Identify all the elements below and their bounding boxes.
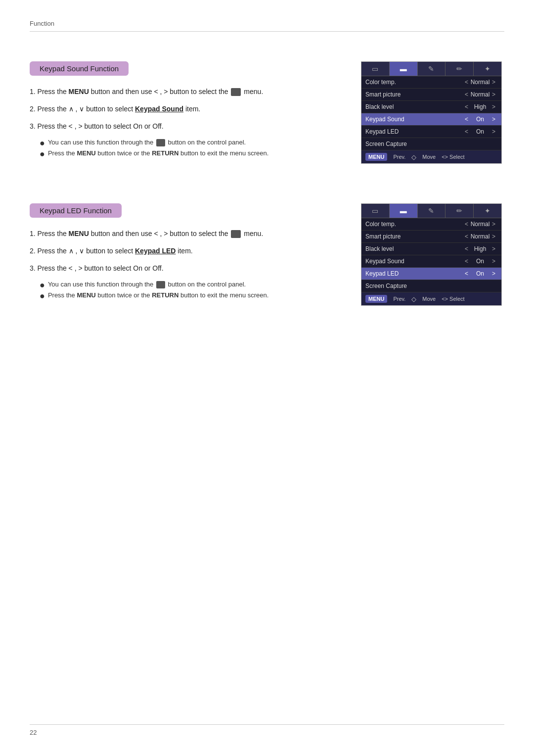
menu-tab-4-led: ✦ — [474, 204, 501, 218]
menu-tab-2-led: ✎ — [418, 204, 446, 218]
menu-tab-1-led: ▬ — [390, 204, 418, 218]
page-footer: 22 — [30, 724, 504, 736]
bullet-2-sound: ● Press the MENU button twice or the RET… — [40, 149, 341, 158]
menu-footer-move-led: Move — [422, 296, 436, 302]
instruction-3-led: 3. Press the < , > button to select On o… — [30, 263, 341, 274]
menu-footer-led: MENU Prev. ◇ Move <> Select — [361, 292, 501, 305]
instruction-2-sound: 2. Press the ∧ , ∨ button to select Keyp… — [30, 104, 341, 114]
menu-row-color-temp-led: Color temp. < Normal > — [361, 218, 501, 231]
keypad-led-left: Keypad LED Function 1. Press the MENU bu… — [30, 203, 341, 302]
instruction-3-sound: 3. Press the < , > button to select On o… — [30, 121, 341, 132]
page-number: 22 — [30, 729, 37, 736]
menu-footer-menu-btn-led: MENU — [365, 295, 387, 303]
menu-tabs-led: ▭ ▬ ✎ ✏ ✦ — [361, 204, 501, 218]
menu-tab-0-led: ▭ — [361, 204, 390, 218]
menu-row-keypad-led-led: Keypad LED < On > — [361, 268, 501, 280]
page-container: Function Keypad Sound Function 1. Press … — [0, 0, 534, 756]
keypad-sound-section: Keypad Sound Function 1. Press the MENU … — [30, 61, 504, 164]
page-header: Function — [30, 20, 504, 32]
menu-footer-menu-btn-sound: MENU — [365, 153, 387, 161]
menu-tab-0-sound: ▭ — [361, 62, 390, 76]
menu-footer-move-sound: Move — [422, 154, 436, 160]
header-text: Function — [30, 20, 54, 27]
menu-panel-sound: ▭ ▬ ✎ ✏ ✦ Color temp. < Normal > Smart p… — [361, 61, 502, 164]
menu-footer-diamond-sound: ◇ — [411, 153, 416, 161]
menu-tab-4-sound: ✦ — [474, 62, 501, 76]
menu-tab-1-sound: ▬ — [390, 62, 418, 76]
menu-row-screen-capture-led: Screen Capture — [361, 280, 501, 292]
menu-panel-led: ▭ ▬ ✎ ✏ ✦ Color temp. < Normal > Smart p… — [361, 203, 502, 306]
bullet-list-led: ● You can use this function through the … — [40, 281, 341, 300]
bullet-2-led: ● Press the MENU button twice or the RET… — [40, 291, 341, 300]
menu-footer-prev-sound: Prev. — [393, 154, 405, 160]
menu-footer-sound: MENU Prev. ◇ Move <> Select — [361, 150, 501, 163]
bullet-list-sound: ● You can use this function through the … — [40, 139, 341, 158]
menu-row-keypad-sound-led: Keypad Sound < On > — [361, 255, 501, 268]
instruction-1-led: 1. Press the MENU button and then use < … — [30, 229, 341, 239]
menu-footer-diamond-led: ◇ — [411, 295, 416, 303]
keypad-sound-menu-panel: ▭ ▬ ✎ ✏ ✦ Color temp. < Normal > Smart p… — [361, 61, 504, 164]
menu-row-color-temp-sound: Color temp. < Normal > — [361, 76, 501, 89]
menu-row-black-level-led: Black level < High > — [361, 243, 501, 255]
menu-row-keypad-sound-sound: Keypad Sound < On > — [361, 113, 501, 126]
bullet-1-led: ● You can use this function through the … — [40, 281, 341, 289]
keypad-led-section: Keypad LED Function 1. Press the MENU bu… — [30, 203, 504, 306]
menu-row-black-level-sound: Black level < High > — [361, 101, 501, 113]
menu-tab-3-led: ✏ — [445, 204, 474, 218]
menu-footer-select-sound: <> Select — [442, 154, 464, 160]
instruction-1-sound: 1. Press the MENU button and then use < … — [30, 87, 341, 97]
bullet-1-sound: ● You can use this function through the … — [40, 139, 341, 147]
keypad-led-menu-panel: ▭ ▬ ✎ ✏ ✦ Color temp. < Normal > Smart p… — [361, 203, 504, 306]
instruction-2-led: 2. Press the ∧ , ∨ button to select Keyp… — [30, 246, 341, 256]
keypad-sound-left: Keypad Sound Function 1. Press the MENU … — [30, 61, 341, 160]
menu-row-smart-picture-led: Smart picture < Normal > — [361, 231, 501, 243]
menu-tab-2-sound: ✎ — [418, 62, 446, 76]
keypad-sound-title: Keypad Sound Function — [30, 61, 129, 76]
menu-row-screen-capture-sound: Screen Capture — [361, 138, 501, 150]
menu-tabs-sound: ▭ ▬ ✎ ✏ ✦ — [361, 62, 501, 76]
menu-tab-3-sound: ✏ — [445, 62, 474, 76]
menu-footer-prev-led: Prev. — [393, 296, 405, 302]
menu-footer-select-led: <> Select — [442, 296, 464, 302]
menu-row-keypad-led-sound: Keypad LED < On > — [361, 126, 501, 138]
menu-row-smart-picture-sound: Smart picture < Normal > — [361, 89, 501, 101]
keypad-led-title: Keypad LED Function — [30, 203, 122, 218]
